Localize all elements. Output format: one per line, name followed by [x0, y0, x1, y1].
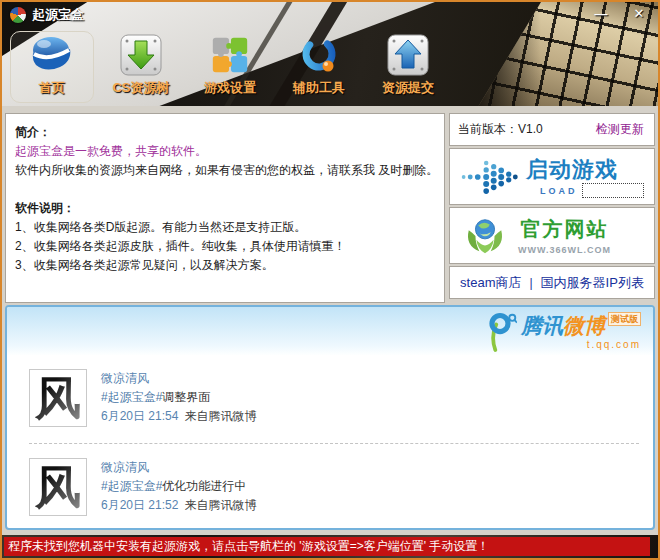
weibo-header: 腾讯微博测试版 t.qq.com: [7, 307, 653, 355]
post-source: 来自腾讯微博: [184, 498, 256, 512]
weibo-logo-text-orange: 微博: [563, 314, 605, 337]
avatar: 风: [29, 369, 87, 427]
main-content: 简介： 起源宝盒是一款免费，共享的软件。 软件内所收集的资源均来自网络，如果有侵…: [2, 106, 658, 535]
site-url: WWW.366WL.COM: [518, 245, 611, 255]
nav-item-helper-tools[interactable]: 辅助工具: [277, 31, 361, 103]
weibo-beta-badge: 测试版: [608, 312, 641, 326]
weibo-p-icon: [483, 312, 517, 352]
launch-arrow-dots-icon: [458, 154, 520, 200]
launch-game-label: 启动游戏: [526, 155, 644, 185]
post-username[interactable]: 微凉清风: [101, 458, 256, 477]
close-button[interactable]: ✕: [628, 6, 650, 21]
avatar: 风: [29, 458, 87, 516]
links-divider: |: [529, 276, 532, 290]
status-message: 程序未找到您机器中安装有起源游戏，请点击导航栏的 '游戏设置=>客户端位置' 手…: [4, 537, 650, 556]
nav-item-label: 辅助工具: [293, 79, 345, 97]
official-site-label: 官方网站: [518, 216, 611, 243]
action-column: 当前版本：V1.0 检测更新: [449, 113, 655, 301]
quick-links-box: steam商店 | 国内服务器IP列表: [449, 266, 655, 299]
post-date: 6月20日 21:54: [101, 409, 178, 423]
post-content: 调整界面: [162, 390, 210, 404]
main-nav: 首页 CS资源树: [10, 31, 450, 103]
home-icon: [29, 32, 75, 78]
weibo-url: t.qq.com: [521, 339, 641, 350]
minimize-button[interactable]: —: [590, 6, 612, 21]
note-line: 1、收集网络各类D版起源。有能力当然还是支持正版。: [15, 218, 435, 237]
post-divider: [29, 443, 639, 444]
post-username[interactable]: 微凉清风: [101, 369, 256, 388]
resource-submit-icon: [385, 32, 431, 78]
steam-store-link[interactable]: steam商店: [460, 274, 521, 292]
check-update-link[interactable]: 检测更新: [596, 121, 644, 138]
post-content: 优化功能进行中: [162, 479, 246, 493]
title-bar: 起源宝盒 — ✕: [2, 2, 658, 28]
nav-item-label: 首页: [39, 79, 65, 97]
note-line: 2、收集网络各类起源皮肤，插件。纯收集，具体使用请慎重！: [15, 237, 435, 256]
nav-item-cs-resource-tree[interactable]: CS资源树: [99, 31, 183, 103]
launch-game-button[interactable]: 启动游戏 LOAD: [449, 148, 655, 205]
version-label: 当前版本：V1.0: [458, 121, 543, 138]
tencent-weibo-logo[interactable]: 腾讯微博测试版 t.qq.com: [483, 312, 641, 352]
cs-resource-tree-icon: [118, 32, 164, 78]
weibo-logo-text-blue: 腾讯: [521, 314, 563, 337]
intro-free-line: 起源宝盒是一款免费，共享的软件。: [15, 142, 435, 161]
intro-heading: 简介：: [15, 123, 435, 142]
header-photo-background: 起源宝盒 — ✕ 首页: [2, 2, 658, 106]
nav-item-home[interactable]: 首页: [10, 31, 94, 103]
server-ip-list-link[interactable]: 国内服务器IP列表: [541, 274, 644, 292]
nav-item-label: CS资源树: [112, 79, 169, 97]
nav-item-label: 游戏设置: [204, 79, 256, 97]
intro-disclaimer: 软件内所收集的资源均来自网络，如果有侵害的您的权益，请联系我 及时删除。: [15, 161, 435, 180]
app-window: 起源宝盒 — ✕ 首页: [0, 0, 660, 560]
note-line: 3、收集网络各类起源常见疑问，以及解决方案。: [15, 256, 435, 275]
post-hashtag-link[interactable]: #起源宝盒#: [101, 479, 162, 493]
app-logo-icon: [10, 7, 26, 23]
post-date: 6月20日 21:52: [101, 498, 178, 512]
game-settings-icon: [207, 32, 253, 78]
helper-tools-icon: [296, 32, 342, 78]
focus-rect: [582, 183, 644, 198]
nav-item-resource-submit[interactable]: 资源提交: [366, 31, 450, 103]
nav-item-game-settings[interactable]: 游戏设置: [188, 31, 272, 103]
post-hashtag-link[interactable]: #起源宝盒#: [101, 390, 162, 404]
weibo-post: 风 微凉清风 #起源宝盒#优化功能进行中 6月20日 21:52来自腾讯微博: [29, 458, 639, 516]
version-box: 当前版本：V1.0 检测更新: [449, 113, 655, 146]
weibo-panel: 腾讯微博测试版 t.qq.com 风 微凉清风 #起源宝盒#调整界面: [5, 305, 655, 530]
post-source: 来自腾讯微博: [184, 409, 256, 423]
official-site-button[interactable]: 官方网站 WWW.366WL.COM: [449, 207, 655, 264]
load-text: LOAD: [540, 186, 578, 196]
weibo-post-list: 风 微凉清风 #起源宝盒#调整界面 6月20日 21:54来自腾讯微博: [7, 355, 653, 530]
status-bar: 程序未找到您机器中安装有起源游戏，请点击导航栏的 '游戏设置=>客户端位置' 手…: [2, 535, 658, 558]
globe-hands-icon: [464, 216, 506, 256]
nav-item-label: 资源提交: [382, 79, 434, 97]
intro-panel: 简介： 起源宝盒是一款免费，共享的软件。 软件内所收集的资源均来自网络，如果有侵…: [5, 113, 445, 303]
weibo-post: 风 微凉清风 #起源宝盒#调整界面 6月20日 21:54来自腾讯微博: [29, 369, 639, 427]
window-title: 起源宝盒: [32, 6, 84, 24]
notes-heading: 软件说明：: [15, 199, 435, 218]
